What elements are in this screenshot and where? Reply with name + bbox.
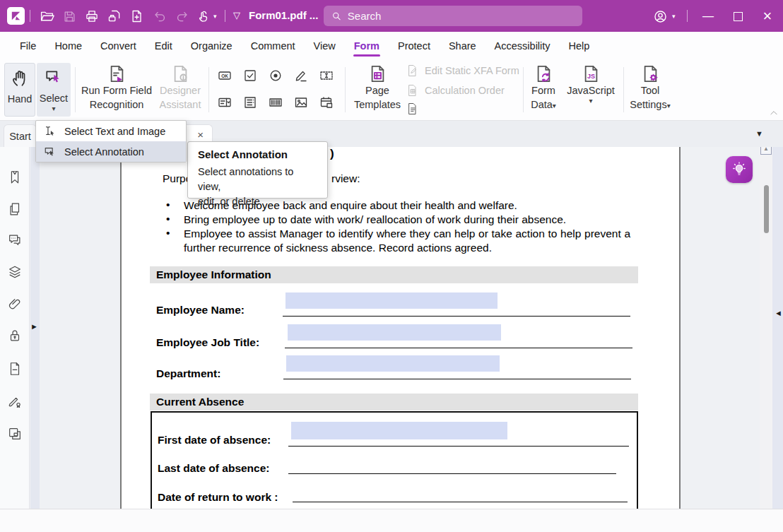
collapse-ribbon-button[interactable] (769, 108, 779, 118)
security-panel-button[interactable] (7, 328, 23, 343)
date-field-icon (319, 95, 334, 110)
section-header-current-absence: Current Absence (150, 394, 638, 410)
account-button[interactable] (650, 6, 670, 26)
menu-accessibility[interactable]: Accessibility (485, 34, 560, 58)
tab-start[interactable]: Start (4, 124, 37, 147)
form-data-button[interactable]: Form Data▾ (526, 64, 561, 112)
field-label-department: Department: (156, 367, 220, 380)
maximize-icon (734, 12, 743, 21)
text-field-button[interactable] (317, 66, 336, 85)
menu-file[interactable]: File (11, 34, 45, 58)
field-underline (288, 473, 616, 474)
menu-protect[interactable]: Protect (389, 34, 440, 58)
combo-box-field-button[interactable] (215, 93, 235, 112)
open-file-button[interactable] (37, 6, 57, 26)
expand-left-panel-button[interactable]: ► (30, 322, 38, 331)
print-button[interactable] (82, 6, 102, 26)
menu-share[interactable]: Share (440, 34, 485, 58)
menu-help[interactable]: Help (560, 34, 599, 58)
form-data-dropdown-arrow: ▾ (553, 102, 556, 110)
maximize-button[interactable] (728, 6, 748, 26)
menu-edit[interactable]: Edit (146, 34, 182, 58)
form-field-order-button[interactable] (407, 102, 420, 115)
javascript-button[interactable]: JS JavaScript ▾ (564, 64, 618, 105)
menu-home[interactable]: Home (45, 34, 91, 58)
select-dropdown-arrow[interactable]: ▾ (52, 105, 55, 112)
menu-form[interactable]: Form (345, 34, 389, 58)
signature-field-button[interactable] (291, 66, 311, 85)
date-field-button[interactable] (317, 93, 336, 112)
close-button[interactable]: × (758, 6, 777, 26)
titlebar-separator (225, 10, 225, 22)
expand-right-panel-button[interactable]: ◄ (775, 309, 782, 317)
list-box-field-button[interactable] (240, 93, 260, 112)
destinations-panel-button[interactable] (7, 361, 23, 377)
tool-settings-icon (641, 64, 660, 83)
hand-mode-dropdown-arrow[interactable]: ▾ (213, 13, 217, 20)
attachments-panel-button[interactable] (7, 296, 23, 312)
edit-static-xfa-button: Edit Static XFA Form (407, 64, 519, 77)
tooltip-body: Select annotations to view, edit, or del… (198, 165, 317, 209)
form-order-icon (407, 102, 420, 115)
page-dash-icon (7, 361, 23, 377)
search-box[interactable] (324, 6, 582, 26)
search-input[interactable] (348, 10, 575, 22)
ai-assistant-button[interactable] (726, 156, 753, 183)
image-field-button[interactable] (291, 93, 311, 112)
designer-assistant-button: Designer Assistant (157, 64, 204, 112)
tab-list-button[interactable]: ▼ (755, 129, 763, 138)
fields-panel-button[interactable] (7, 426, 23, 442)
menu-organize[interactable]: Organize (182, 34, 242, 58)
run-form-field-recognition-button[interactable]: Run Form Field Recognition (78, 64, 155, 112)
search-icon (331, 10, 342, 22)
create-pdf-button[interactable] (127, 6, 147, 26)
layers-panel-button[interactable] (7, 264, 23, 280)
vertical-scrollbar[interactable]: ▲ (760, 147, 772, 509)
tool-settings-button[interactable]: Tool Settings▾ (628, 64, 673, 112)
field-label-return-date: Date of return to work : (158, 491, 278, 504)
document-heading-fragment: ) (330, 147, 334, 161)
field-underline (285, 348, 632, 348)
form-field-employee-job-title[interactable] (288, 324, 501, 341)
share-collapse-icon[interactable]: ▽ (233, 10, 240, 20)
ribbon-divider (623, 67, 624, 112)
minimize-button[interactable]: — (698, 6, 718, 26)
form-field-department[interactable] (286, 355, 500, 372)
comments-panel-button[interactable] (7, 232, 23, 248)
form-field-first-date[interactable] (291, 422, 507, 439)
hand-mode-button[interactable] (194, 6, 213, 26)
form-field-employee-name[interactable] (285, 292, 498, 309)
account-dropdown-arrow[interactable]: ▾ (672, 13, 676, 20)
menu-comment[interactable]: Comment (242, 34, 305, 58)
page-templates-button[interactable]: Page Templates (351, 64, 404, 112)
paperclip-icon (7, 296, 23, 312)
printer-icon (85, 9, 99, 23)
save-button (59, 6, 79, 26)
menu-view[interactable]: View (305, 34, 345, 58)
signature-field-icon (294, 69, 308, 83)
field-underline (283, 316, 630, 317)
radio-button-field-button[interactable] (266, 66, 285, 85)
undo-button (150, 6, 170, 26)
barcode-field-button[interactable] (266, 93, 285, 112)
field-label-first-date: First date of absence: (158, 434, 271, 447)
push-button-field-button[interactable]: OK (215, 66, 235, 85)
checkbox-field-button[interactable] (240, 66, 260, 85)
bullet-item: Bring employee up to date with work/ rea… (184, 213, 630, 227)
bookmarks-panel-button[interactable] (7, 170, 23, 185)
signature-icon (7, 394, 23, 409)
pages-panel-button[interactable] (7, 201, 23, 217)
hand-tool-button[interactable]: Hand (4, 63, 35, 117)
signatures-panel-button[interactable] (7, 394, 23, 409)
javascript-dropdown-arrow[interactable]: ▾ (589, 97, 592, 105)
select-text-icon (44, 125, 57, 138)
print-page-button[interactable] (105, 6, 124, 26)
menu-item-select-annotation[interactable]: Select Annotation (36, 141, 186, 162)
select-tool-button[interactable]: Select ▾ (37, 63, 71, 117)
bookmark-icon (7, 170, 23, 185)
section-header-employee-information: Employee Information (150, 266, 638, 283)
scrollbar-thumb[interactable] (764, 185, 769, 233)
menu-convert[interactable]: Convert (91, 34, 146, 58)
menu-item-select-text-and-image[interactable]: Select Text and Image (36, 121, 186, 141)
tab-close-icon[interactable]: × (197, 129, 204, 141)
